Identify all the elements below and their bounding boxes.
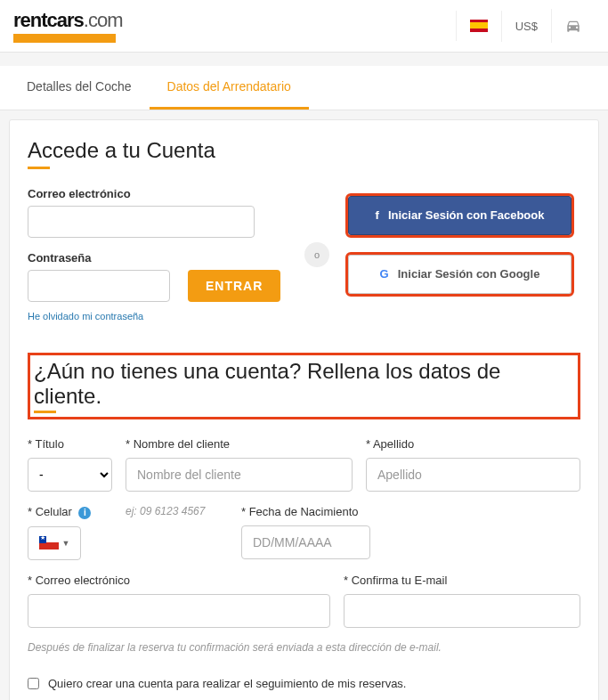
title-field-label: * Título bbox=[28, 437, 112, 451]
facebook-label: Iniciar Sesión con Facebook bbox=[388, 208, 545, 222]
forgot-password-link[interactable]: He olvidado mi contraseña bbox=[28, 311, 286, 322]
email-label: Correo electrónico bbox=[28, 187, 286, 200]
info-icon[interactable]: i bbox=[78, 507, 91, 519]
password-label: Contraseña bbox=[28, 251, 286, 265]
car-menu[interactable] bbox=[551, 9, 595, 43]
create-account-checkbox-row[interactable]: Quiero crear una cuenta para realizar el… bbox=[28, 676, 580, 692]
chevron-down-icon: ▼ bbox=[62, 539, 70, 548]
create-account-checkbox[interactable] bbox=[28, 678, 39, 689]
password-input[interactable] bbox=[28, 270, 170, 302]
currency-selector[interactable]: US$ bbox=[501, 11, 551, 42]
login-title: Accede a tu Cuenta bbox=[28, 138, 580, 163]
logo-text-com: .com bbox=[84, 9, 123, 31]
tab-renter-data[interactable]: Datos del Arrendatario bbox=[150, 66, 309, 110]
header: rentcars.com US$ bbox=[0, 0, 608, 53]
title-select[interactable]: - bbox=[28, 458, 112, 492]
email2-input[interactable] bbox=[28, 594, 330, 628]
signup-title: ¿Aún no tienes una cuenta? Rellena los d… bbox=[34, 359, 574, 409]
flag-spain-icon bbox=[470, 20, 488, 32]
tab-car-details[interactable]: Detalles del Coche bbox=[9, 66, 150, 110]
confirm-email-input[interactable] bbox=[344, 594, 580, 628]
surname-input[interactable] bbox=[366, 458, 580, 492]
google-login-button[interactable]: G Iniciar Sesión con Google bbox=[348, 255, 572, 294]
title-underline bbox=[28, 167, 50, 169]
flag-chile-icon bbox=[39, 536, 59, 549]
name-field-label: * Nombre del cliente bbox=[126, 437, 353, 451]
mobile-hint: ej: 09 6123 4567 bbox=[126, 505, 228, 517]
email2-field-label: * Correo electrónico bbox=[28, 574, 330, 587]
create-account-label: Quiero crear una cuenta para realizar el… bbox=[48, 676, 406, 692]
car-icon bbox=[565, 18, 581, 34]
signup-title-highlight: ¿Aún no tienes una cuenta? Rellena los d… bbox=[28, 353, 580, 419]
email-note: Después de finalizar la reserva tu confi… bbox=[28, 641, 580, 654]
dob-field-label: * Fecha de Nacimiento bbox=[241, 505, 370, 518]
logo-underline bbox=[13, 34, 116, 43]
main-panel: Accede a tu Cuenta Correo electrónico Co… bbox=[9, 119, 599, 700]
google-label: Iniciar Sesión con Google bbox=[398, 267, 540, 281]
currency-label: US$ bbox=[515, 20, 538, 33]
surname-field-label: * Apellido bbox=[366, 437, 580, 451]
confirm-email-field-label: * Confirma tu E-mail bbox=[344, 574, 580, 587]
facebook-login-button[interactable]: f Iniciar Sesión con Facebook bbox=[348, 196, 572, 235]
google-icon: G bbox=[380, 267, 389, 281]
tabs: Detalles del Coche Datos del Arrendatari… bbox=[0, 66, 608, 110]
logo-text-rent: rent bbox=[13, 9, 47, 31]
logo[interactable]: rentcars.com bbox=[13, 9, 456, 43]
facebook-icon: f bbox=[376, 208, 379, 222]
logo-text-cars: cars bbox=[47, 9, 84, 31]
language-selector[interactable] bbox=[456, 11, 501, 41]
dob-input[interactable] bbox=[241, 525, 370, 559]
or-divider: o bbox=[304, 242, 329, 267]
phone-country-select[interactable]: ▼ bbox=[28, 526, 81, 560]
signup-title-underline bbox=[34, 411, 56, 413]
name-input[interactable] bbox=[126, 458, 353, 492]
email-input[interactable] bbox=[28, 206, 255, 238]
enter-button[interactable]: ENTRAR bbox=[188, 270, 280, 302]
mobile-field-label: * Celular i bbox=[28, 505, 112, 519]
